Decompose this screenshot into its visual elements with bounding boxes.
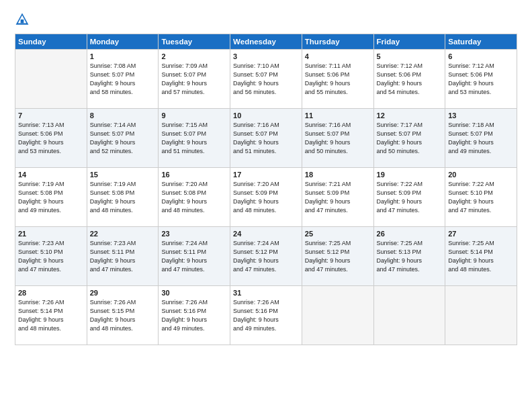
day-info: Sunrise: 7:12 AM Sunset: 5:06 PM Dayligh… [377,62,443,97]
day-number: 26 [377,230,443,238]
day-number: 2 [161,52,227,60]
calendar-cell: 13Sunrise: 7:18 AM Sunset: 5:07 PM Dayli… [445,109,517,168]
day-info: Sunrise: 7:22 AM Sunset: 5:09 PM Dayligh… [377,180,443,215]
day-number: 9 [161,111,227,120]
calendar-cell: 14Sunrise: 7:19 AM Sunset: 5:08 PM Dayli… [15,168,87,227]
day-info: Sunrise: 7:14 AM Sunset: 5:07 PM Dayligh… [90,121,156,156]
calendar-week-row: 28Sunrise: 7:26 AM Sunset: 5:14 PM Dayli… [15,286,517,345]
day-number: 1 [90,52,156,60]
day-info: Sunrise: 7:18 AM Sunset: 5:07 PM Dayligh… [448,121,514,156]
day-info: Sunrise: 7:16 AM Sunset: 5:07 PM Dayligh… [233,121,299,156]
calendar-cell: 3Sunrise: 7:10 AM Sunset: 5:07 PM Daylig… [230,50,302,109]
weekday-header-thursday: Thursday [302,34,373,50]
day-number: 16 [161,171,227,179]
calendar-cell: 7Sunrise: 7:13 AM Sunset: 5:06 PM Daylig… [15,109,87,168]
weekday-header-friday: Friday [373,34,445,50]
calendar-cell: 24Sunrise: 7:24 AM Sunset: 5:12 PM Dayli… [230,227,302,286]
svg-rect-2 [21,19,24,24]
day-info: Sunrise: 7:25 AM Sunset: 5:12 PM Dayligh… [305,239,371,274]
calendar-week-row: 14Sunrise: 7:19 AM Sunset: 5:08 PM Dayli… [15,168,517,227]
calendar-cell: 29Sunrise: 7:26 AM Sunset: 5:15 PM Dayli… [87,286,159,345]
day-number: 11 [305,111,371,120]
day-info: Sunrise: 7:10 AM Sunset: 5:07 PM Dayligh… [233,62,299,97]
day-info: Sunrise: 7:23 AM Sunset: 5:10 PM Dayligh… [18,239,84,274]
calendar-cell: 2Sunrise: 7:09 AM Sunset: 5:07 PM Daylig… [159,50,230,109]
day-number: 3 [233,52,299,60]
weekday-header-wednesday: Wednesday [230,34,302,50]
day-number: 14 [18,171,84,179]
calendar-cell [302,286,373,345]
day-info: Sunrise: 7:13 AM Sunset: 5:06 PM Dayligh… [18,121,84,156]
calendar-week-row: 21Sunrise: 7:23 AM Sunset: 5:10 PM Dayli… [15,227,517,286]
day-number: 13 [448,111,514,120]
weekday-header-row: SundayMondayTuesdayWednesdayThursdayFrid… [15,34,517,50]
calendar-cell [445,286,517,345]
day-number: 10 [233,111,299,120]
day-number: 27 [448,230,514,238]
calendar-cell: 21Sunrise: 7:23 AM Sunset: 5:10 PM Dayli… [15,227,87,286]
calendar-cell: 28Sunrise: 7:26 AM Sunset: 5:14 PM Dayli… [15,286,87,345]
day-number: 30 [161,289,227,297]
calendar-cell: 17Sunrise: 7:20 AM Sunset: 5:09 PM Dayli… [230,168,302,227]
calendar-cell: 22Sunrise: 7:23 AM Sunset: 5:11 PM Dayli… [87,227,159,286]
calendar-cell [373,286,445,345]
calendar-cell: 5Sunrise: 7:12 AM Sunset: 5:06 PM Daylig… [373,50,445,109]
day-info: Sunrise: 7:12 AM Sunset: 5:06 PM Dayligh… [448,62,514,97]
day-info: Sunrise: 7:19 AM Sunset: 5:08 PM Dayligh… [90,180,156,215]
calendar-cell: 8Sunrise: 7:14 AM Sunset: 5:07 PM Daylig… [87,109,159,168]
calendar-cell: 19Sunrise: 7:22 AM Sunset: 5:09 PM Dayli… [373,168,445,227]
day-number: 17 [233,171,299,179]
weekday-header-monday: Monday [87,34,159,50]
day-number: 21 [18,230,84,238]
calendar-cell: 1Sunrise: 7:08 AM Sunset: 5:07 PM Daylig… [87,50,159,109]
day-info: Sunrise: 7:22 AM Sunset: 5:10 PM Dayligh… [448,180,514,215]
day-number: 23 [161,230,227,238]
day-info: Sunrise: 7:25 AM Sunset: 5:14 PM Dayligh… [448,239,514,274]
calendar: SundayMondayTuesdayWednesdayThursdayFrid… [15,34,517,345]
weekday-header-tuesday: Tuesday [159,34,230,50]
calendar-cell: 20Sunrise: 7:22 AM Sunset: 5:10 PM Dayli… [445,168,517,227]
calendar-week-row: 1Sunrise: 7:08 AM Sunset: 5:07 PM Daylig… [15,50,517,109]
day-info: Sunrise: 7:08 AM Sunset: 5:07 PM Dayligh… [90,62,156,97]
day-number: 7 [18,111,84,120]
calendar-cell: 30Sunrise: 7:26 AM Sunset: 5:16 PM Dayli… [159,286,230,345]
calendar-cell: 27Sunrise: 7:25 AM Sunset: 5:14 PM Dayli… [445,227,517,286]
day-number: 25 [305,230,371,238]
calendar-cell: 6Sunrise: 7:12 AM Sunset: 5:06 PM Daylig… [445,50,517,109]
day-info: Sunrise: 7:26 AM Sunset: 5:16 PM Dayligh… [233,298,299,333]
header [15,12,517,27]
weekday-header-saturday: Saturday [445,34,517,50]
day-number: 29 [90,289,156,297]
calendar-cell: 26Sunrise: 7:25 AM Sunset: 5:13 PM Dayli… [373,227,445,286]
day-number: 12 [377,111,443,120]
calendar-week-row: 7Sunrise: 7:13 AM Sunset: 5:06 PM Daylig… [15,109,517,168]
calendar-cell: 4Sunrise: 7:11 AM Sunset: 5:06 PM Daylig… [302,50,373,109]
day-number: 22 [90,230,156,238]
day-info: Sunrise: 7:26 AM Sunset: 5:15 PM Dayligh… [90,298,156,333]
day-info: Sunrise: 7:17 AM Sunset: 5:07 PM Dayligh… [377,121,443,156]
day-number: 5 [377,52,443,60]
day-info: Sunrise: 7:26 AM Sunset: 5:16 PM Dayligh… [161,298,227,333]
calendar-cell: 16Sunrise: 7:20 AM Sunset: 5:08 PM Dayli… [159,168,230,227]
day-number: 19 [377,171,443,179]
day-number: 6 [448,52,514,60]
day-number: 4 [305,52,371,60]
logo [15,12,32,27]
calendar-cell: 15Sunrise: 7:19 AM Sunset: 5:08 PM Dayli… [87,168,159,227]
calendar-cell: 12Sunrise: 7:17 AM Sunset: 5:07 PM Dayli… [373,109,445,168]
day-info: Sunrise: 7:25 AM Sunset: 5:13 PM Dayligh… [377,239,443,274]
day-number: 31 [233,289,299,297]
day-info: Sunrise: 7:15 AM Sunset: 5:07 PM Dayligh… [161,121,227,156]
day-info: Sunrise: 7:19 AM Sunset: 5:08 PM Dayligh… [18,180,84,215]
calendar-cell: 23Sunrise: 7:24 AM Sunset: 5:11 PM Dayli… [159,227,230,286]
day-info: Sunrise: 7:11 AM Sunset: 5:06 PM Dayligh… [305,62,371,97]
day-number: 15 [90,171,156,179]
calendar-cell: 9Sunrise: 7:15 AM Sunset: 5:07 PM Daylig… [159,109,230,168]
page: SundayMondayTuesdayWednesdayThursdayFrid… [0,0,532,411]
weekday-header-sunday: Sunday [15,34,87,50]
day-info: Sunrise: 7:16 AM Sunset: 5:07 PM Dayligh… [305,121,371,156]
calendar-cell: 25Sunrise: 7:25 AM Sunset: 5:12 PM Dayli… [302,227,373,286]
day-info: Sunrise: 7:20 AM Sunset: 5:09 PM Dayligh… [233,180,299,215]
calendar-cell: 11Sunrise: 7:16 AM Sunset: 5:07 PM Dayli… [302,109,373,168]
day-info: Sunrise: 7:20 AM Sunset: 5:08 PM Dayligh… [161,180,227,215]
